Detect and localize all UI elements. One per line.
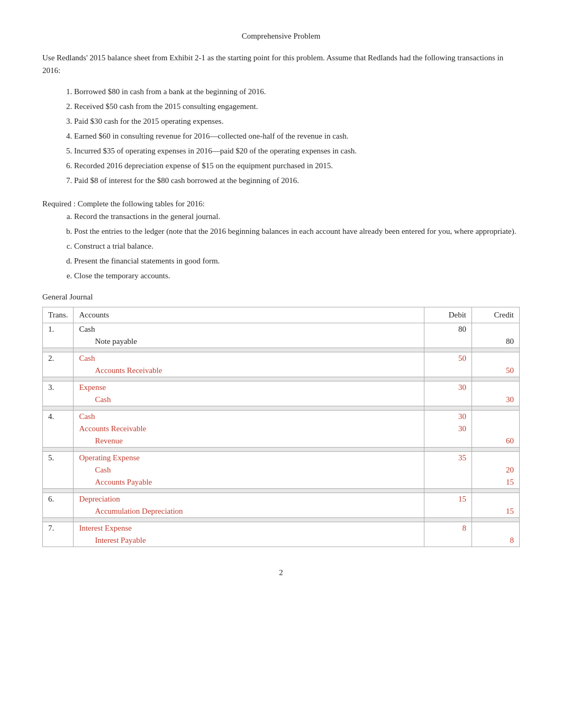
trans-number: 5. <box>43 452 74 465</box>
required-section: Required : Complete the following tables… <box>42 197 520 282</box>
table-row: 3.Expense30 <box>43 381 520 394</box>
credit-value: 20 <box>472 464 520 476</box>
list-item: Incurred $35 of operating expenses in 20… <box>74 144 520 157</box>
table-row: Revenue60 <box>43 435 520 448</box>
account-name: Cash <box>74 323 424 336</box>
list-item: Recorded 2016 depreciation expense of $1… <box>74 159 520 172</box>
trans-number <box>43 534 74 547</box>
list-item: Record the transactions in the general j… <box>74 210 520 223</box>
journal-table: Trans. Accounts Debit Credit 1.Cash80Not… <box>42 307 520 547</box>
trans-number <box>43 394 74 406</box>
account-name: Accounts Payable <box>74 476 424 489</box>
credit-value: 50 <box>472 365 520 377</box>
credit-value: 60 <box>472 435 520 448</box>
spacer-row <box>43 518 520 522</box>
credit-value <box>472 522 520 535</box>
list-item: Borrowed $80 in cash from a bank at the … <box>74 85 520 98</box>
table-row: Accounts Receivable30 <box>43 423 520 435</box>
account-name: Operating Expense <box>74 452 424 465</box>
table-row: Accounts Receivable50 <box>43 365 520 377</box>
trans-number <box>43 335 74 348</box>
account-name: Cash <box>74 411 424 423</box>
trans-number <box>43 423 74 435</box>
debit-value <box>424 464 472 476</box>
table-row: 4.Cash30 <box>43 411 520 423</box>
account-name: Depreciation <box>74 493 424 506</box>
debit-value: 80 <box>424 323 472 336</box>
credit-value: 15 <box>472 476 520 489</box>
debit-value: 30 <box>424 411 472 423</box>
table-row: Cash30 <box>43 394 520 406</box>
debit-value <box>424 505 472 518</box>
page-title: Comprehensive Problem <box>42 32 520 41</box>
account-name: Interest Payable <box>74 534 424 547</box>
col-accounts: Accounts <box>74 307 424 323</box>
spacer-row <box>43 406 520 411</box>
debit-value: 35 <box>424 452 472 465</box>
spacer-row <box>43 377 520 381</box>
account-name: Note payable <box>74 335 424 348</box>
account-name: Accounts Receivable <box>74 365 424 377</box>
trans-number: 6. <box>43 493 74 506</box>
debit-value <box>424 394 472 406</box>
debit-value: 8 <box>424 522 472 535</box>
list-item: Paid $30 cash for the 2015 operating exp… <box>74 115 520 128</box>
trans-number: 3. <box>43 381 74 394</box>
table-row: 7.Interest Expense8 <box>43 522 520 535</box>
transactions-list: Borrowed $80 in cash from a bank at the … <box>74 85 520 187</box>
table-row: 5.Operating Expense35 <box>43 452 520 465</box>
table-row: Accumulation Depreciation15 <box>43 505 520 518</box>
credit-value <box>472 452 520 465</box>
account-name: Cash <box>74 464 424 476</box>
credit-value <box>472 423 520 435</box>
page-number: 2 <box>42 568 520 577</box>
account-name: Accumulation Depreciation <box>74 505 424 518</box>
credit-value: 15 <box>472 505 520 518</box>
table-row: 6.Depreciation15 <box>43 493 520 506</box>
debit-value: 15 <box>424 493 472 506</box>
col-debit: Debit <box>424 307 472 323</box>
required-list: Record the transactions in the general j… <box>74 210 520 282</box>
account-name: Interest Expense <box>74 522 424 535</box>
trans-number: 2. <box>43 352 74 365</box>
spacer-row <box>43 348 520 352</box>
list-item: Present the financial statements in good… <box>74 254 520 267</box>
debit-value <box>424 435 472 448</box>
debit-value: 30 <box>424 381 472 394</box>
trans-number: 7. <box>43 522 74 535</box>
col-credit: Credit <box>472 307 520 323</box>
table-row: 2.Cash50 <box>43 352 520 365</box>
table-row: Cash20 <box>43 464 520 476</box>
credit-value: 80 <box>472 335 520 348</box>
journal-title: General Journal <box>42 293 520 302</box>
col-trans: Trans. <box>43 307 74 323</box>
account-name: Accounts Receivable <box>74 423 424 435</box>
list-item: Received $50 cash from the 2015 consulti… <box>74 100 520 113</box>
trans-number <box>43 476 74 489</box>
intro-text: Use Redlands' 2015 balance sheet from Ex… <box>42 51 520 77</box>
account-name: Cash <box>74 394 424 406</box>
account-name: Revenue <box>74 435 424 448</box>
debit-value: 30 <box>424 423 472 435</box>
trans-number <box>43 365 74 377</box>
list-item: Close the temporary accounts. <box>74 269 520 282</box>
credit-value: 30 <box>472 394 520 406</box>
table-row: 1.Cash80 <box>43 323 520 336</box>
spacer-row <box>43 448 520 452</box>
table-row: Accounts Payable15 <box>43 476 520 489</box>
list-item: Paid $8 of interest for the $80 cash bor… <box>74 174 520 187</box>
credit-value <box>472 493 520 506</box>
trans-number <box>43 505 74 518</box>
credit-value <box>472 352 520 365</box>
list-item: Earned $60 in consulting revenue for 201… <box>74 130 520 142</box>
credit-value <box>472 323 520 336</box>
spacer-row <box>43 489 520 493</box>
debit-value <box>424 365 472 377</box>
list-item: Construct a trial balance. <box>74 240 520 252</box>
trans-number: 1. <box>43 323 74 336</box>
credit-value <box>472 381 520 394</box>
debit-value <box>424 476 472 489</box>
trans-number: 4. <box>43 411 74 423</box>
credit-value <box>472 411 520 423</box>
debit-value <box>424 335 472 348</box>
